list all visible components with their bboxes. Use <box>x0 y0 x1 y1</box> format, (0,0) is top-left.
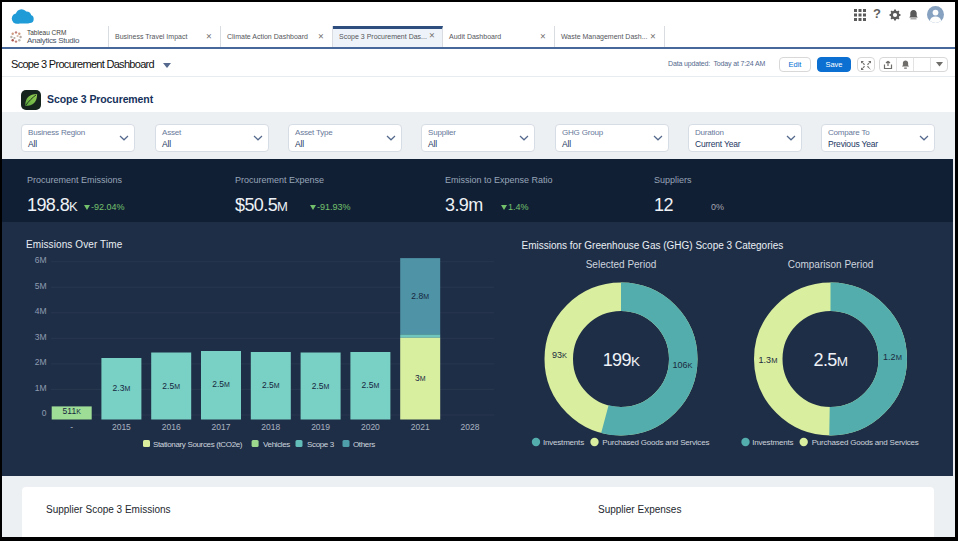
svg-text:Comparison Period: Comparison Period <box>788 259 874 270</box>
svg-text:2028: 2028 <box>461 422 480 432</box>
svg-text:2.5M: 2.5M <box>362 380 380 390</box>
svg-text:Stationary Sources (tCO2e): Stationary Sources (tCO2e) <box>153 440 243 449</box>
svg-text:3M: 3M <box>35 332 47 342</box>
svg-text:2016: 2016 <box>162 422 181 432</box>
svg-text:2.5M: 2.5M <box>162 381 180 391</box>
svg-text:1.3M: 1.3M <box>759 355 778 365</box>
svg-text:Emissions for Greenhouse Gas (: Emissions for Greenhouse Gas (GHG) Scope… <box>522 240 784 251</box>
svg-text:Investments: Investments <box>543 438 584 447</box>
svg-text:6M: 6M <box>35 255 47 265</box>
svg-text:Investments: Investments <box>752 438 793 447</box>
svg-text:5M: 5M <box>35 281 47 291</box>
svg-text:2017: 2017 <box>212 422 231 432</box>
svg-text:1M: 1M <box>35 383 47 393</box>
svg-text:-: - <box>70 422 73 432</box>
svg-text:Selected Period: Selected Period <box>586 259 657 270</box>
svg-text:2.3M: 2.3M <box>113 383 131 393</box>
svg-text:93K: 93K <box>552 350 567 360</box>
svg-text:199K: 199K <box>603 350 640 370</box>
svg-text:2.8M: 2.8M <box>411 291 429 301</box>
svg-text:1.2M: 1.2M <box>883 352 902 362</box>
svg-text:Others: Others <box>353 440 375 449</box>
svg-text:2020: 2020 <box>361 422 380 432</box>
svg-text:106K: 106K <box>672 360 692 370</box>
svg-text:4M: 4M <box>35 306 47 316</box>
svg-text:2021: 2021 <box>411 422 430 432</box>
svg-text:0: 0 <box>42 408 47 418</box>
svg-text:2.5M: 2.5M <box>814 350 848 370</box>
svg-text:2015: 2015 <box>112 422 131 432</box>
svg-text:Scope 3: Scope 3 <box>307 440 335 449</box>
svg-text:2.5M: 2.5M <box>262 380 280 390</box>
svg-text:2018: 2018 <box>261 422 280 432</box>
svg-text:Emissions Over Time: Emissions Over Time <box>26 239 123 250</box>
svg-text:Vehicles: Vehicles <box>263 440 290 449</box>
svg-text:Purchased Goods and Services: Purchased Goods and Services <box>602 438 709 447</box>
svg-text:3M: 3M <box>415 373 426 383</box>
svg-text:Purchased Goods and Services: Purchased Goods and Services <box>812 438 919 447</box>
svg-text:2019: 2019 <box>311 422 330 432</box>
svg-text:511K: 511K <box>63 406 82 416</box>
svg-text:2.5M: 2.5M <box>212 379 230 389</box>
svg-text:2.5M: 2.5M <box>312 381 330 391</box>
svg-text:2M: 2M <box>35 357 47 367</box>
